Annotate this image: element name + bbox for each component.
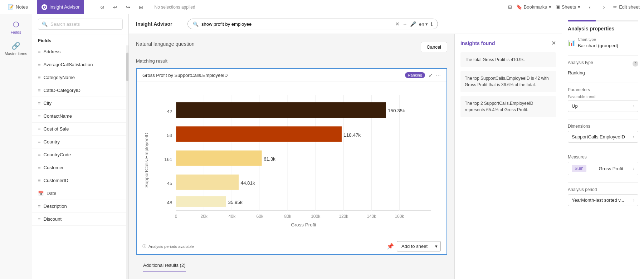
divider-4 xyxy=(568,150,638,150)
mic-btn[interactable]: 🎤 xyxy=(410,21,416,27)
measures-section: Measures Sum Gross Profit › xyxy=(568,155,638,175)
ia-search-bar[interactable]: 🔍 ✕ → 🎤 en ▾ ℹ xyxy=(187,19,438,29)
bar-42[interactable] xyxy=(176,102,386,118)
field-item-customer-id[interactable]: ≡ CustomerID xyxy=(32,174,126,187)
svg-text:42: 42 xyxy=(167,109,172,114)
insight-item-1: The top SupportCalls.EmployeeID is 42 wi… xyxy=(460,71,556,92)
expand-btn[interactable]: ⤢ xyxy=(429,72,433,78)
svg-text:35.95k: 35.95k xyxy=(228,200,243,205)
notes-tab[interactable]: 📝 Notes xyxy=(4,0,31,14)
redo-btn[interactable]: ↪ xyxy=(123,2,133,12)
field-item-address[interactable]: ≡ Address xyxy=(32,45,126,58)
help-icon[interactable]: ? xyxy=(633,61,638,67)
bar-chart: SupportCalls.EmployeeID 0 20k 40k 60k 80… xyxy=(142,85,441,235)
scroll-track[interactable] xyxy=(126,45,128,279)
fields-section-title: Fields xyxy=(32,34,128,45)
measure-item[interactable]: Sum Gross Profit › xyxy=(568,162,638,175)
insight-advisor-tab[interactable]: Insight Advisor xyxy=(37,0,84,14)
svg-text:45: 45 xyxy=(167,181,172,186)
field-item-average-call[interactable]: ≡ AverageCallSatisfaction xyxy=(32,58,126,71)
analysis-period-item[interactable]: YearMonth-last sorted v... › xyxy=(568,194,638,206)
nav-back-btn[interactable]: ‹ xyxy=(585,2,595,12)
y-axis-label: SupportCalls.EmployeeID xyxy=(144,132,149,187)
svg-text:100k: 100k xyxy=(311,214,321,219)
bar-chart-icon: 📊 xyxy=(568,39,575,46)
bar-161[interactable] xyxy=(176,151,262,166)
field-item-date[interactable]: 📅 Date xyxy=(32,187,126,200)
insights-close-btn[interactable]: ✕ xyxy=(551,40,556,46)
favorable-trend-item[interactable]: Up › xyxy=(568,100,638,112)
chart-card: Gross Profit by SupportCalls.EmployeeID … xyxy=(136,68,447,255)
insight-item-0: The total Gross Profit is 410.9k. xyxy=(460,52,556,67)
nlq-header: Natural language question Cancel xyxy=(136,41,447,53)
dimensions-section: Dimensions SupportCalls.EmployeeID › xyxy=(568,124,638,143)
field-item-description[interactable]: ≡ Description xyxy=(32,200,126,213)
insight-item-2: The top 2 SupportCalls.EmployeeID repres… xyxy=(460,96,556,117)
field-item-city[interactable]: ≡ City xyxy=(32,97,126,110)
bookmarks-btn[interactable]: 🔖 Bookmarks ▾ xyxy=(516,4,551,10)
field-item-customer[interactable]: ≡ Customer xyxy=(32,161,126,174)
grid-view-btn[interactable]: ⊞ xyxy=(508,4,512,10)
ia-search-input[interactable] xyxy=(201,21,392,27)
insights-title: Insights found xyxy=(460,40,495,46)
svg-text:118.47k: 118.47k xyxy=(343,132,361,138)
dimension-item[interactable]: SupportCalls.EmployeeID › xyxy=(568,131,638,143)
svg-text:53: 53 xyxy=(167,133,172,138)
add-to-sheet-arrow[interactable]: ▾ xyxy=(432,241,440,251)
calendar-icon: 📅 xyxy=(38,191,44,196)
nlq-title: Natural language question xyxy=(136,41,194,47)
svg-text:48: 48 xyxy=(167,200,172,205)
field-icon: ≡ xyxy=(38,165,41,170)
bar-53[interactable] xyxy=(176,126,342,142)
undo-btn[interactable]: ↩ xyxy=(110,2,120,12)
additional-results-tab[interactable]: Additional results (2) xyxy=(143,263,186,271)
search-icon: 🔍 xyxy=(42,21,48,27)
fields-panel: 🔍 Search assets Fields ≡ Address ≡ Avera… xyxy=(32,14,129,279)
smart-search-btn[interactable]: ⊙ xyxy=(97,2,107,12)
field-icon: ≡ xyxy=(38,75,41,80)
search-assets-input[interactable]: 🔍 Search assets xyxy=(38,19,123,30)
edit-icon: ✏ xyxy=(613,4,617,10)
field-item-category-name[interactable]: ≡ CategoryName xyxy=(32,71,126,84)
scroll-thumb[interactable] xyxy=(126,53,128,81)
svg-text:61.3k: 61.3k xyxy=(264,156,275,162)
field-item-country[interactable]: ≡ Country xyxy=(32,136,126,148)
analysis-type-section: Analysis type ? Ranking xyxy=(568,60,638,75)
field-item-catid[interactable]: ≡ CatID-CategoryID xyxy=(32,84,126,97)
field-icon: ≡ xyxy=(38,216,41,222)
chart-card-header: Gross Profit by SupportCalls.EmployeeID … xyxy=(137,69,447,82)
field-item-contact-name[interactable]: ≡ ContactName xyxy=(32,110,126,123)
bar-48[interactable] xyxy=(176,196,226,207)
field-icon: ≡ xyxy=(38,204,41,209)
selections-btn[interactable]: ⊞ xyxy=(136,2,146,12)
field-icon: ≡ xyxy=(38,126,41,132)
more-options-btn[interactable]: ⋯ xyxy=(436,72,441,78)
arrow-right-icon: → xyxy=(402,21,407,27)
bar-45[interactable] xyxy=(176,175,239,190)
svg-text:140k: 140k xyxy=(367,214,376,219)
svg-text:20k: 20k xyxy=(200,214,208,219)
sidebar-item-master-items[interactable]: 🔗 Master items xyxy=(3,39,29,59)
left-sidebar: ⬡ Fields 🔗 Master items xyxy=(0,14,32,279)
edit-sheet-btn[interactable]: ✏ Edit sheet xyxy=(613,4,640,10)
field-item-cost-of-sale[interactable]: ≡ Cost of Sale xyxy=(32,123,126,136)
svg-text:150.35k: 150.35k xyxy=(388,108,405,113)
ia-title: Insight Advisor xyxy=(136,21,179,27)
field-item-country-code[interactable]: ≡ CountryCode xyxy=(32,148,126,161)
chart-type-section: 📊 Chart type Bar chart (grouped) xyxy=(568,37,638,48)
x-axis-label: Gross Profit xyxy=(291,222,316,227)
field-item-discount[interactable]: ≡ Discount xyxy=(32,213,126,226)
sheets-btn[interactable]: ▣ Sheets ▾ xyxy=(556,4,580,10)
clear-search-btn[interactable]: ✕ xyxy=(395,21,400,27)
chart-type-header: 📊 Chart type Bar chart (grouped) xyxy=(568,37,638,48)
cancel-button[interactable]: Cancel xyxy=(421,42,447,52)
info-btn[interactable]: ℹ xyxy=(431,21,433,27)
main-layout: ⬡ Fields 🔗 Master items 🔍 Search assets … xyxy=(0,14,644,279)
add-to-sheet-button[interactable]: Add to sheet ▾ xyxy=(397,241,441,251)
nav-forward-btn[interactable]: › xyxy=(599,2,609,12)
insights-header: Insights found ✕ xyxy=(460,40,556,46)
svg-text:40k: 40k xyxy=(228,214,235,219)
pin-btn[interactable]: 📌 xyxy=(387,243,394,250)
lang-selector[interactable]: en ▾ xyxy=(419,21,428,27)
sidebar-item-fields[interactable]: ⬡ Fields xyxy=(3,17,29,37)
